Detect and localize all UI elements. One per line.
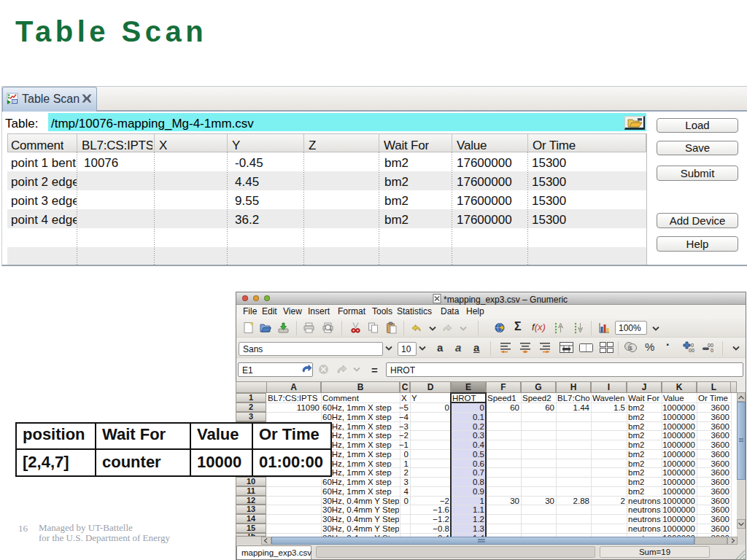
svg-text:00: 00 bbox=[689, 348, 694, 353]
svg-text:00: 00 bbox=[708, 343, 713, 348]
svg-text:$: $ bbox=[629, 345, 632, 351]
svg-text:0: 0 bbox=[711, 348, 713, 353]
svg-text:0: 0 bbox=[691, 343, 694, 348]
